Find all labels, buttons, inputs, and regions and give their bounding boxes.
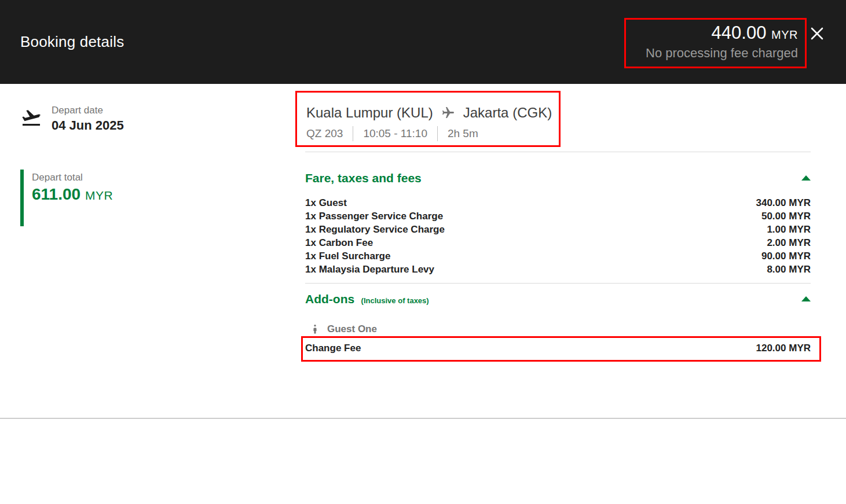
fare-value: 1.00 MYR (767, 223, 811, 236)
fare-value: 340.00 MYR (756, 196, 811, 209)
flight-duration: 2h 5m (448, 127, 478, 140)
divider (305, 152, 811, 152)
modal-header: Booking details 440.00 MYR No processing… (0, 0, 846, 84)
depart-total-block: Depart total 611.00 MYR (20, 170, 113, 226)
fare-value: 90.00 MYR (761, 249, 811, 263)
addons-section-title: Add-ons (305, 292, 354, 306)
flight-route: Kuala Lumpur (KUL) Jakarta (CGK) (306, 105, 552, 121)
depart-total-label: Depart total (32, 171, 113, 185)
close-icon[interactable] (809, 25, 825, 42)
fare-label: 1x Passenger Service Charge (305, 209, 443, 223)
bottom-divider (0, 418, 846, 419)
fare-row: 1x Guest 340.00 MYR (305, 196, 811, 209)
flight-number: QZ 203 (306, 127, 343, 140)
booking-details-modal: Booking details 440.00 MYR No processing… (0, 0, 846, 504)
fare-label: 1x Regulatory Service Charge (305, 223, 445, 236)
booking-total-amount: 440.00 MYR (646, 23, 798, 45)
page-title: Booking details (20, 33, 124, 51)
flight-times: 10:05 - 11:10 (363, 127, 427, 140)
booking-total-value: 440.00 (712, 23, 767, 43)
addons-section-subtitle: (Inclusive of taxes) (361, 296, 429, 305)
fare-items-list: 1x Guest 340.00 MYR 1x Passenger Service… (305, 196, 811, 276)
fare-label: 1x Malaysia Departure Levy (305, 263, 434, 276)
fare-value: 8.00 MYR (767, 263, 811, 276)
guest-name: Guest One (327, 323, 377, 335)
collapse-arrow-icon[interactable] (801, 175, 811, 181)
depart-date-block: Depart date 04 Jun 2025 (20, 104, 124, 134)
booking-total: 440.00 MYR No processing fee charged (646, 23, 798, 62)
divider (305, 283, 811, 284)
fare-value: 50.00 MYR (761, 209, 811, 223)
fare-value: 2.00 MYR (767, 236, 811, 249)
fare-row: 1x Regulatory Service Charge 1.00 MYR (305, 223, 811, 236)
depart-date-value: 04 Jun 2025 (52, 117, 124, 134)
fare-label: 1x Fuel Surcharge (305, 249, 390, 263)
collapse-arrow-icon[interactable] (801, 296, 811, 301)
addons-section-header: Add-ons (Inclusive of taxes) (305, 292, 811, 306)
fare-section-title: Fare, taxes and fees (305, 171, 422, 185)
origin-city: Kuala Lumpur (KUL) (306, 105, 433, 121)
flight-details: QZ 203 10:05 - 11:10 2h 5m (306, 126, 478, 141)
depart-total-value: 611.00 MYR (32, 185, 113, 205)
fare-row: 1x Malaysia Departure Levy 8.00 MYR (305, 263, 811, 276)
fare-row: 1x Fuel Surcharge 90.00 MYR (305, 249, 811, 263)
person-icon (310, 321, 320, 337)
addon-label: Change Fee (305, 341, 361, 355)
addon-value: 120.00 MYR (756, 341, 811, 355)
plane-icon (441, 106, 455, 120)
separator (437, 126, 438, 141)
fare-label: 1x Guest (305, 196, 347, 209)
depart-total-currency: MYR (85, 189, 113, 202)
booking-total-currency: MYR (771, 28, 798, 41)
separator (353, 126, 353, 141)
fare-row: 1x Carbon Fee 2.00 MYR (305, 236, 811, 249)
plane-takeoff-icon (20, 106, 42, 128)
addon-row: Change Fee 120.00 MYR (305, 341, 811, 355)
fare-row: 1x Passenger Service Charge 50.00 MYR (305, 209, 811, 223)
processing-fee-note: No processing fee charged (646, 45, 798, 62)
fare-label: 1x Carbon Fee (305, 236, 373, 249)
guest-row: Guest One (310, 321, 377, 337)
depart-date-label: Depart date (52, 104, 124, 117)
fare-section-header: Fare, taxes and fees (305, 171, 811, 185)
depart-total-amount: 611.00 (32, 185, 80, 203)
destination-city: Jakarta (CGK) (463, 105, 552, 121)
